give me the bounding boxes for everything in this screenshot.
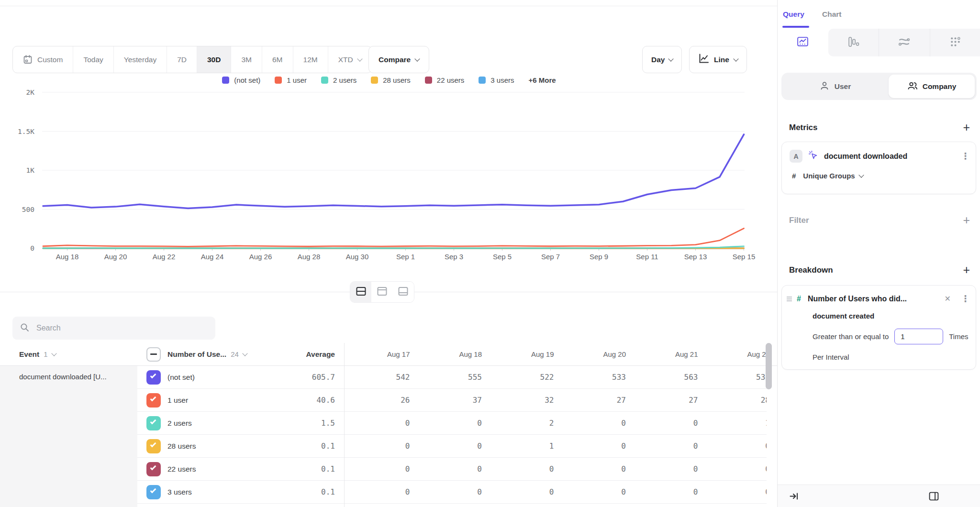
event-header-count: 1 (44, 350, 47, 358)
search-input[interactable] (35, 323, 208, 333)
date-values: 002001 (345, 419, 767, 428)
series-checkbox[interactable] (146, 393, 161, 408)
calendar-icon (23, 55, 33, 65)
range-option-custom[interactable]: Custom (13, 46, 73, 73)
event-cell[interactable]: document downloaded [U... (0, 366, 137, 507)
range-option-yesterday[interactable]: Yesterday (114, 46, 167, 73)
drag-handle-icon[interactable] (787, 298, 792, 299)
x-axis-tick-label: Aug 20 (104, 253, 127, 261)
date-column-header[interactable]: Aug 20 (561, 350, 633, 358)
check-icon (150, 464, 156, 470)
series-header-button[interactable]: Number of Use... 24 (167, 350, 247, 359)
chevron-down-icon (668, 56, 674, 61)
chart-series-line[interactable] (43, 134, 744, 209)
x-axis-tick-label: Sep 5 (493, 253, 512, 261)
interval-button[interactable]: Day (642, 46, 682, 73)
x-axis-tick-label: Aug 22 (153, 253, 176, 261)
date-column-header[interactable]: Aug 19 (489, 350, 561, 358)
range-option-7d[interactable]: 7D (167, 46, 197, 73)
vertical-scrollbar[interactable] (766, 343, 772, 389)
range-option-3m[interactable]: 3M (231, 46, 262, 73)
view-toggle-split[interactable] (350, 282, 371, 302)
add-breakdown-button[interactable]: + (963, 264, 970, 276)
range-option-today[interactable]: Today (73, 46, 113, 73)
average-value: 0.1 (266, 441, 335, 451)
series-checkbox[interactable] (146, 485, 161, 499)
add-metric-button[interactable]: + (963, 121, 970, 133)
y-axis-tick-label: 500 (22, 206, 34, 213)
cell-value: 0 (561, 487, 633, 496)
series-checkbox[interactable] (146, 462, 161, 476)
times-input[interactable] (894, 329, 943, 344)
series-checkbox[interactable] (146, 439, 161, 453)
sidebar-layout-icon[interactable] (928, 491, 939, 504)
range-option-xtd[interactable]: XTD (328, 46, 372, 73)
cell-value: 1 (489, 441, 561, 451)
select-all-checkbox[interactable] (146, 347, 161, 362)
date-values: 000000 (345, 464, 767, 474)
per-interval-label: Per Interval (813, 353, 849, 361)
tab-query[interactable]: Query (783, 10, 804, 19)
measure-dropdown[interactable]: Unique Groups (803, 172, 863, 180)
series-checkbox[interactable] (146, 370, 161, 385)
table-header-row: Event 1 Number of Use... 24 Average Aug … (0, 343, 778, 366)
series-cell: 28 users (142, 439, 266, 453)
series-label: 3 users (167, 488, 192, 496)
cell-value: 533 (561, 373, 633, 382)
chart-type-tab-flow[interactable] (879, 29, 930, 56)
range-option-label: 3M (241, 55, 252, 64)
series-cell: 22 users (142, 462, 266, 476)
range-option-30d[interactable]: 30D (197, 46, 231, 73)
cell-value: 0 (633, 487, 705, 496)
cell-value: 0 (417, 419, 489, 428)
average-value: 0.1 (266, 464, 335, 474)
date-column-header[interactable]: Aug 17 (345, 350, 417, 358)
cell-value: 0 (417, 464, 489, 474)
x-axis-tick-label: Sep 3 (445, 253, 463, 261)
metric-card[interactable]: A document downloaded ⋮ # Unique Groups (781, 142, 976, 194)
line-chart[interactable]: 05001K1.5K2KAug 18Aug 20Aug 22Aug 24Aug … (0, 72, 778, 265)
toggle-user[interactable]: User (781, 73, 889, 100)
collapse-panel-icon[interactable] (789, 491, 799, 503)
breakdown-card-header: # Number of Users who did... ✕ ⋮ (787, 293, 970, 304)
condition-label: Greater than or equal to (813, 332, 889, 341)
breakdown-card[interactable]: # Number of Users who did... ✕ ⋮ documen… (781, 285, 976, 370)
y-axis-tick-label: 1.5K (18, 128, 34, 135)
date-column-header[interactable]: Aug 21 (633, 350, 705, 358)
close-icon[interactable]: ✕ (945, 294, 951, 303)
series-checkbox[interactable] (146, 416, 161, 430)
date-column-header[interactable]: Aug 18 (417, 350, 489, 358)
chart-series-line[interactable] (43, 228, 744, 246)
tab-chart[interactable]: Chart (822, 10, 841, 19)
x-axis-tick-label: Sep 1 (396, 253, 415, 261)
compare-button[interactable]: Compare (368, 46, 429, 73)
view-toggle-table-only[interactable] (393, 282, 414, 302)
series-cell: 1 user (142, 393, 266, 408)
hash-icon: # (792, 172, 796, 180)
metrics-title: Metrics (789, 123, 818, 132)
add-filter-button[interactable]: + (963, 214, 970, 226)
kebab-menu-icon[interactable]: ⋮ (961, 151, 970, 162)
range-option-6m[interactable]: 6M (262, 46, 293, 73)
date-column-header[interactable]: Aug 22 (705, 350, 767, 358)
chart-type-label: Line (714, 55, 729, 64)
chart-type-tab-grid[interactable] (930, 29, 980, 56)
metric-badge: A (790, 150, 802, 163)
line-chart-icon (698, 53, 709, 66)
chart-type-tab-line[interactable] (778, 29, 828, 56)
bar-chart-icon (847, 35, 860, 50)
kebab-menu-icon[interactable]: ⋮ (961, 293, 970, 304)
average-value: 0.1 (266, 487, 335, 496)
active-tab-underline (782, 26, 809, 28)
x-axis-tick-label: Aug 24 (201, 253, 224, 261)
chart-type-button[interactable]: Line (689, 46, 747, 73)
range-option-12m[interactable]: 12M (293, 46, 328, 73)
cell-value: 563 (633, 373, 705, 382)
event-column-header[interactable]: Event 1 (0, 350, 142, 359)
toggle-company[interactable]: Company (889, 75, 975, 98)
cell-value: 2 (489, 419, 561, 428)
range-option-label: 12M (303, 55, 318, 64)
series-cell: 2 users (142, 416, 266, 430)
chart-type-tab-bar[interactable] (828, 29, 879, 56)
view-toggle-chart-only[interactable] (371, 282, 392, 302)
